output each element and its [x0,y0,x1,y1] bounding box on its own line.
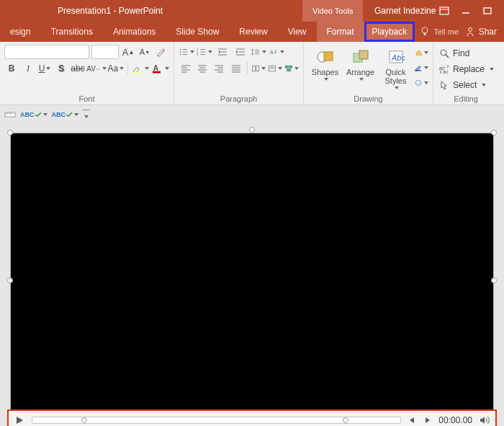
svg-point-66 [415,80,421,86]
timeline-marker[interactable] [81,417,87,423]
shapes-button[interactable]: Shapes [308,45,342,81]
minimize-icon[interactable] [461,6,482,15]
spelling-button-2[interactable]: ABC [52,111,79,118]
tell-me-label: Tell me [433,27,459,36]
replace-icon: abac [439,64,449,74]
quick-access-strip: ABC ABC [0,105,504,124]
align-right-button[interactable] [212,61,226,76]
editing-group-label: Editing [438,94,494,103]
selection-handle[interactable] [7,278,13,283]
clear-formatting-button[interactable] [154,45,168,59]
decrease-indent-button[interactable] [215,45,230,59]
drawing-group: Shapes Arrange Abc Quick Styles Drawing [304,42,433,105]
contextual-tool-label: Video Tools [302,0,363,22]
title-bar: Presentation1 - PowerPoint Video Tools G… [0,0,504,22]
spelling-button-1[interactable]: ABC [20,111,48,118]
maximize-icon[interactable] [482,6,504,15]
tab-review[interactable]: Review [229,22,277,42]
justify-button[interactable] [228,61,243,76]
columns-button[interactable] [251,61,266,76]
qat-customize-icon[interactable] [83,110,90,120]
selection-handle[interactable] [249,127,255,133]
bullets-button[interactable] [179,45,194,59]
play-button[interactable] [13,414,26,426]
find-icon [439,48,449,58]
shape-fill-button[interactable] [414,46,428,59]
tab-slide-show[interactable]: Slide Show [166,22,229,42]
numbering-button[interactable]: 123 [197,45,212,59]
svg-text:3: 3 [197,53,199,56]
tab-view[interactable]: View [278,22,317,42]
replace-button[interactable]: abac Replace [438,62,494,76]
arrange-label: Arrange [346,68,374,76]
svg-rect-3 [484,8,491,14]
svg-rect-61 [359,50,368,59]
increase-font-size-button[interactable]: A▲ [121,45,135,59]
font-group: A▲ A▼ B I U S abc AV↔ Aa A [0,42,174,105]
timeline-marker[interactable] [343,417,348,423]
svg-rect-50 [252,66,255,71]
step-forward-button[interactable] [423,415,433,425]
decrease-font-size-button[interactable]: A▼ [138,45,152,59]
svg-text:A: A [270,49,274,56]
video-timeline[interactable] [32,417,401,424]
font-size-combo[interactable] [91,45,119,59]
text-highlight-button[interactable] [132,61,150,76]
shape-outline-button[interactable] [414,61,428,74]
signed-in-user[interactable]: Garnet Indezine [374,6,436,16]
selection-handle[interactable] [491,130,497,136]
align-center-button[interactable] [195,61,210,76]
svg-text:Abc: Abc [391,53,405,62]
quick-styles-button[interactable]: Abc Quick Styles [379,45,413,89]
svg-text:A: A [153,64,159,72]
svg-point-13 [180,51,181,53]
align-text-button[interactable] [268,61,282,76]
ruler-toggle-icon[interactable] [4,110,16,120]
slide-editor: 00:00.00 [3,130,501,426]
tell-me-search[interactable]: Tell me [420,27,459,37]
svg-rect-51 [256,66,258,71]
svg-point-67 [416,81,418,82]
convert-smartart-button[interactable] [284,61,299,76]
svg-text:ac: ac [443,69,449,74]
lightbulb-icon [420,27,429,37]
find-button[interactable]: Find [438,46,494,61]
selection-handle[interactable] [7,130,13,136]
share-button[interactable]: Shar [465,27,497,37]
volume-button[interactable] [478,414,491,426]
separator [247,62,248,75]
strikethrough-button[interactable]: abc [71,61,85,76]
text-shadow-button[interactable]: S [54,61,68,76]
text-direction-button[interactable]: A [269,45,284,59]
shapes-label: Shapes [312,68,338,76]
underline-button[interactable]: U [37,61,52,76]
svg-point-15 [180,54,181,56]
svg-rect-0 [440,7,449,14]
ribbon-display-options-icon[interactable] [439,6,461,15]
change-case-button[interactable]: Aa [108,61,124,76]
svg-rect-57 [287,69,291,71]
step-back-button[interactable] [407,415,417,425]
video-placeholder[interactable] [10,133,494,417]
tab-playback[interactable]: Playback [364,22,415,42]
font-color-button[interactable]: A [151,61,169,76]
align-left-button[interactable] [179,61,193,76]
svg-line-69 [446,55,449,58]
tab-design[interactable]: esign [0,22,41,42]
selection-handle[interactable] [491,278,497,283]
quick-styles-label: Quick Styles [385,68,407,85]
line-spacing-button[interactable] [251,45,266,59]
select-button[interactable]: Select [438,78,494,92]
select-icon [439,80,449,90]
shape-effects-button[interactable] [414,76,428,89]
svg-point-4 [422,27,428,33]
tab-animations[interactable]: Animations [103,22,166,42]
italic-button[interactable]: I [21,61,35,76]
character-spacing-button[interactable]: AV↔ [87,61,106,76]
tab-format[interactable]: Format [317,22,364,42]
tab-transitions[interactable]: Transitions [41,22,103,42]
bold-button[interactable]: B [4,61,19,76]
increase-indent-button[interactable] [233,45,248,59]
font-name-combo[interactable] [4,45,89,59]
arrange-button[interactable]: Arrange [343,45,377,81]
